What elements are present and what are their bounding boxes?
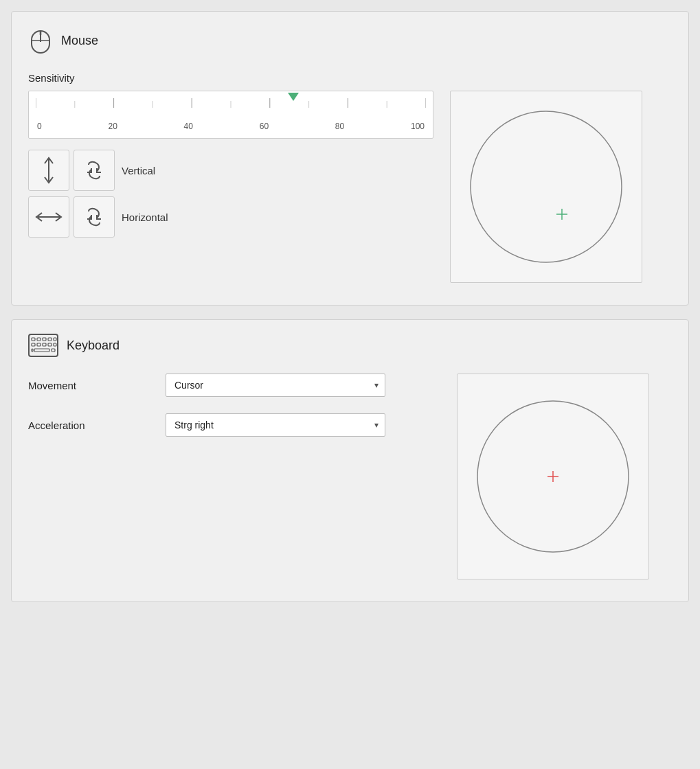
horizontal-arrows-icon bbox=[35, 207, 63, 227]
svg-rect-33 bbox=[32, 349, 33, 352]
svg-rect-22 bbox=[37, 338, 41, 341]
horizontal-axis-button[interactable] bbox=[28, 196, 69, 238]
svg-rect-32 bbox=[52, 349, 55, 352]
keyboard-preview-box bbox=[457, 374, 649, 579]
keyboard-controls: Movement Cursor WASD Arrow Keys ▾ Accele… bbox=[28, 374, 440, 453]
acceleration-select[interactable]: Strg right Strg left Shift right Shift l… bbox=[166, 413, 385, 437]
acceleration-select-wrapper: Strg right Strg left Shift right Shift l… bbox=[166, 413, 385, 437]
sensitivity-row: 0 20 40 60 80 100 bbox=[28, 91, 672, 283]
mouse-section: Mouse Sensitivity bbox=[11, 11, 689, 306]
vertical-axis-button[interactable] bbox=[28, 150, 69, 191]
svg-rect-23 bbox=[43, 338, 46, 341]
horizontal-label: Horizontal bbox=[122, 211, 168, 223]
slider-indicator bbox=[288, 93, 299, 101]
horizontal-sync-icon bbox=[83, 206, 105, 228]
keyboard-section: Keyboard Movement Cursor WASD Arrow Keys… bbox=[11, 319, 689, 602]
svg-rect-27 bbox=[37, 343, 41, 346]
slider-ruler bbox=[36, 95, 426, 120]
movement-row: Movement Cursor WASD Arrow Keys ▾ bbox=[28, 374, 440, 397]
keyboard-header: Keyboard bbox=[28, 334, 672, 357]
keyboard-title: Keyboard bbox=[67, 338, 120, 353]
movement-select-wrapper: Cursor WASD Arrow Keys ▾ bbox=[166, 374, 385, 397]
axis-controls: Vertical bbox=[28, 150, 433, 238]
ruler-labels: 0 20 40 60 80 100 bbox=[36, 122, 426, 131]
movement-select[interactable]: Cursor WASD Arrow Keys bbox=[166, 374, 385, 397]
keyboard-content: Movement Cursor WASD Arrow Keys ▾ Accele… bbox=[28, 374, 672, 579]
keyboard-icon bbox=[28, 334, 58, 357]
slider-track[interactable]: 0 20 40 60 80 100 bbox=[28, 91, 433, 139]
mouse-preview-box bbox=[450, 91, 642, 283]
acceleration-label: Acceleration bbox=[28, 420, 166, 431]
svg-rect-24 bbox=[48, 338, 52, 341]
slider-container: 0 20 40 60 80 100 bbox=[28, 91, 433, 243]
vertical-row: Vertical bbox=[28, 150, 433, 191]
horizontal-sync-button[interactable] bbox=[74, 196, 115, 238]
mouse-icon bbox=[28, 25, 53, 56]
svg-rect-28 bbox=[43, 343, 46, 346]
vertical-label: Vertical bbox=[122, 165, 155, 176]
svg-rect-26 bbox=[32, 343, 35, 346]
slider-triangle bbox=[288, 93, 299, 101]
svg-rect-30 bbox=[54, 343, 56, 346]
movement-label: Movement bbox=[28, 380, 166, 391]
mouse-preview-svg bbox=[457, 97, 635, 276]
acceleration-row: Acceleration Strg right Strg left Shift … bbox=[28, 413, 440, 437]
svg-rect-31 bbox=[34, 349, 49, 352]
svg-rect-29 bbox=[48, 343, 52, 346]
vertical-sync-button[interactable] bbox=[74, 150, 115, 191]
svg-rect-25 bbox=[54, 338, 56, 341]
vertical-sync-icon bbox=[83, 159, 105, 181]
vertical-arrows-icon bbox=[39, 157, 58, 184]
mouse-header: Mouse bbox=[28, 25, 672, 56]
sensitivity-label: Sensitivity bbox=[28, 72, 672, 84]
mouse-title: Mouse bbox=[61, 34, 98, 48]
horizontal-row: Horizontal bbox=[28, 196, 433, 238]
keyboard-preview-svg bbox=[464, 387, 642, 566]
svg-point-17 bbox=[471, 111, 622, 262]
ruler-ticks-svg bbox=[36, 95, 426, 115]
svg-rect-21 bbox=[32, 338, 35, 341]
